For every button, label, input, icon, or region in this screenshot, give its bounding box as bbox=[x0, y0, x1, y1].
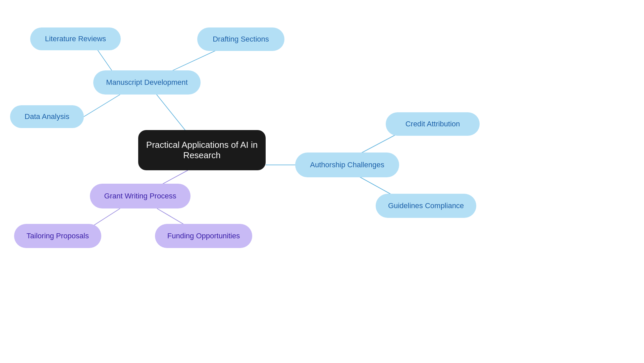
connections-svg bbox=[0, 0, 644, 363]
data-analysis-node[interactable]: Data Analysis bbox=[10, 105, 84, 128]
literature-node[interactable]: Literature Reviews bbox=[30, 27, 121, 50]
authorship-node[interactable]: Authorship Challenges bbox=[295, 153, 399, 177]
svg-line-3 bbox=[84, 95, 120, 117]
funding-node[interactable]: Funding Opportunities bbox=[155, 224, 252, 248]
center-node[interactable]: Practical Applications of AI in Research bbox=[138, 130, 266, 170]
guidelines-node[interactable]: Guidelines Compliance bbox=[376, 194, 476, 218]
credit-node[interactable]: Credit Attribution bbox=[386, 112, 480, 136]
manuscript-node[interactable]: Manuscript Development bbox=[93, 70, 201, 95]
drafting-node[interactable]: Drafting Sections bbox=[197, 27, 284, 51]
grant-node[interactable]: Grant Writing Process bbox=[90, 184, 191, 208]
tailoring-node[interactable]: Tailoring Proposals bbox=[14, 224, 101, 248]
mind-map: Practical Applications of AI in Research… bbox=[0, 0, 644, 363]
